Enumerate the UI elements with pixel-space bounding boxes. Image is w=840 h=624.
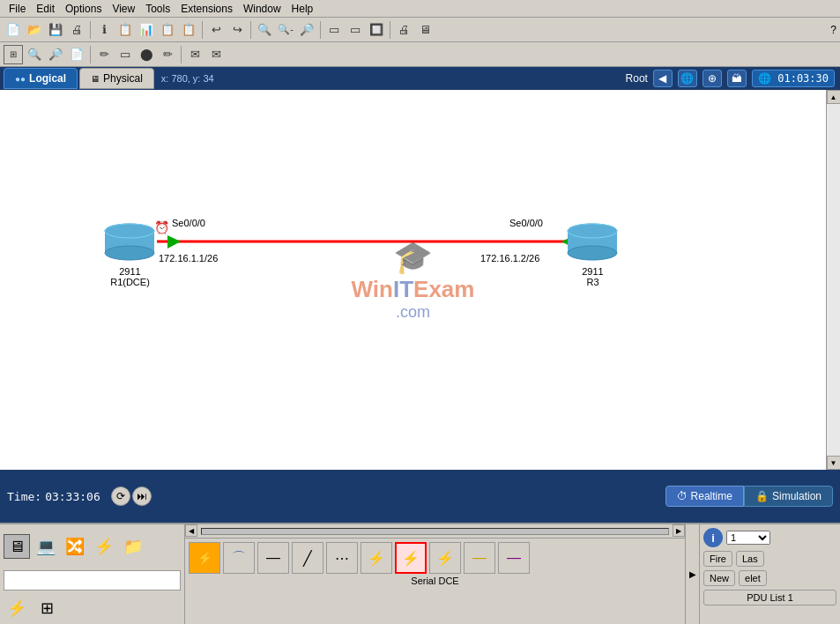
new-btn[interactable]: New [703,570,735,586]
toolbar-print2[interactable]: 🖨 [394,20,413,40]
toolbar2-zoom[interactable]: 🔎 [46,45,65,64]
bottom-icon-lightning[interactable]: ⚡ [4,596,30,620]
menu-window[interactable]: Window [238,3,286,15]
tab-physical[interactable]: 🖥 Physical [79,68,154,89]
cable-curved[interactable]: ⌒ [223,542,255,574]
toolbar-copy2[interactable]: 📋 [158,20,177,40]
device-list [4,570,181,591]
toolbar-zoomin[interactable]: 🔍 [255,20,274,40]
right-scroll-arrow[interactable]: ▶ [685,524,699,624]
menu-extensions[interactable]: Extensions [175,3,238,15]
toolbar2-rect[interactable]: ▭ [115,45,135,64]
last-btn[interactable]: Las [736,551,764,567]
bottom-left-icons: ⚡ ⊞ [0,592,184,624]
toolbar-screen[interactable]: 🖥 [415,20,435,40]
cable-dotted[interactable]: ⋯ [326,542,358,574]
sep2 [202,21,203,39]
menu-tools[interactable]: Tools [140,3,175,15]
left-device-panel: 🖥 💻 🔀 ⚡ 📁 ⚡ ⊞ [0,524,185,624]
svg-marker-2 [167,235,181,249]
r3-ip-label: 172.16.1.2/26 [480,253,539,264]
info-circle[interactable]: i [703,528,723,547]
fire-btn[interactable]: Fire [703,551,732,567]
cable-straight[interactable]: — [257,542,289,574]
cable-purple[interactable]: — [498,542,530,574]
toolbar-rect2[interactable]: ▭ [346,20,365,40]
globe-btn[interactable]: 🌐 [678,70,697,87]
toolbar-zoom100[interactable]: 🔎 [297,20,316,40]
scroll-down[interactable]: ▼ [827,456,841,470]
toolbar-copy3[interactable]: 📋 [179,20,198,40]
toolbar2-search[interactable]: 🔍 [25,45,44,64]
cable-yellow[interactable]: — [464,542,495,574]
pdu-list-btn[interactable]: PDU List 1 [703,590,836,605]
scroll-right[interactable]: ▶ [673,524,685,537]
image-btn[interactable]: 🏔 [727,70,747,87]
h-scroll-track[interactable] [201,528,669,535]
cable-auto[interactable]: ⚡ [189,542,220,574]
toolbar2-mail1[interactable]: ✉ [185,45,204,64]
menu-edit[interactable]: Edit [31,3,60,15]
network-canvas[interactable]: 2911 R1(DCE) ⏰ Se0/0/0 172.16.1.1/26 291… [0,90,826,470]
menu-help[interactable]: Help [286,3,319,15]
elet-btn[interactable]: elet [739,570,767,586]
toolbar-rect1[interactable]: ▭ [324,20,344,40]
router-r1[interactable]: 2911 R1(DCE) [101,218,159,287]
svg-point-10 [568,246,617,260]
tab-logical[interactable]: ●● Logical [4,68,78,89]
cable-serial-dce[interactable]: ⚡ [395,542,427,574]
toolbar2-select[interactable]: ⊞ [4,45,23,64]
toolbar2-mail2[interactable]: ✉ [206,45,226,64]
device-icon-laptop[interactable]: 💻 [33,534,59,559]
nav-btn[interactable]: ⊕ [702,70,722,87]
simulation-btn[interactable]: 🔒 Simulation [744,486,833,507]
realtime-btn[interactable]: ⏱ Realtime [665,486,744,507]
cable-zigzag-blue[interactable]: ⚡ [361,542,392,574]
toolbar2-pen[interactable]: ✏ [94,45,114,64]
scroll-up[interactable]: ▲ [827,90,841,104]
toolbar-doc[interactable]: 📊 [137,20,156,40]
toolbar-save[interactable]: 💾 [46,20,65,40]
toolbar-copy1[interactable]: 📋 [115,20,135,40]
scroll-track-v[interactable] [827,104,840,456]
right-btn-row: Fire Las [703,551,836,567]
toolbar-new[interactable]: 📄 [4,20,23,40]
r1-ip-label: 172.16.1.1/26 [159,253,218,264]
toolbar-info[interactable]: ℹ [94,20,114,40]
toolbar-print[interactable]: 🖨 [67,20,86,40]
scroll-left[interactable]: ◀ [185,524,197,537]
reset-btn[interactable]: ⟳ [111,487,130,506]
toolbar-undo[interactable]: ↩ [206,20,226,40]
menu-view[interactable]: View [107,3,140,15]
clock-icon-r1: ⏰ [154,220,169,234]
realtime-icon: ⏱ [677,490,688,502]
device-icon-folder[interactable]: 📁 [120,534,146,559]
bottom-icon-grid[interactable]: ⊞ [33,596,60,620]
device-icon-switch[interactable]: 🔀 [62,534,88,559]
device-icon-lightning[interactable]: ⚡ [91,534,117,559]
forward-btn[interactable]: ⏭ [132,487,152,506]
toolbar-zoomout[interactable]: 🔍- [276,20,295,40]
menu-options[interactable]: Options [60,3,107,15]
back-btn[interactable]: ◀ [653,70,673,87]
toolbar-shape[interactable]: 🔲 [367,20,386,40]
dropdown[interactable]: 1 [726,531,770,545]
tab-right: Root ◀ 🌐 ⊕ 🏔 🌐 01:03:30 [626,70,840,87]
cable-panel-inner: 🖥 💻 🔀 ⚡ 📁 ⚡ ⊞ ◀ ▶ ⚡ [0,524,840,624]
toolbar-redo[interactable]: ↪ [227,20,247,40]
toolbar2-pencil[interactable]: ✏ [158,45,177,64]
toolbar2-doc[interactable]: 📄 [67,45,86,64]
router-r3-name: 2911 [582,266,603,277]
toolbar2-ellipse[interactable]: ⬤ [137,45,156,64]
help-icon[interactable]: ? [830,24,836,36]
h-scrollbar: ◀ ▶ [185,524,685,539]
cable-diagonal[interactable]: ╱ [292,542,323,574]
router-r3[interactable]: 2911 R3 [564,218,621,287]
toolbar-open[interactable]: 📂 [25,20,44,40]
mode-buttons: ⏱ Realtime 🔒 Simulation [665,486,833,507]
menu-file[interactable]: File [4,3,31,15]
right-scrollbar[interactable]: ▲ ▼ [826,90,840,470]
cable-serial-dte[interactable]: ⚡ [429,542,461,574]
device-icon-pc[interactable]: 🖥 [4,534,30,559]
router-r3-icon [564,218,621,266]
